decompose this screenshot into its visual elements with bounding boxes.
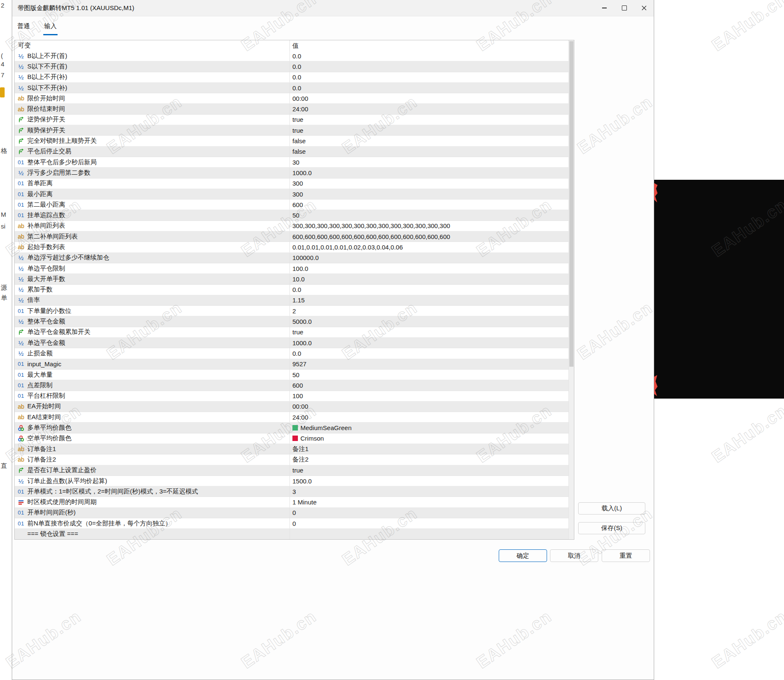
param-value[interactable]: 0.01,0.01,0.01,0.01,0.02,0.03,0.04,0.06	[290, 244, 403, 251]
table-row[interactable]: ab起始手数列表0.01,0.01,0.01,0.01,0.02,0.03,0.…	[15, 242, 568, 252]
table-row[interactable]: ½B以上不开(首)0.0	[15, 51, 568, 61]
param-value[interactable]: 0.0	[290, 84, 301, 92]
close-button[interactable]	[634, 0, 654, 16]
param-value[interactable]: 24:00	[290, 105, 308, 113]
table-row[interactable]: ½订单止盈点数(从平均价起算)1500.0	[15, 476, 568, 486]
param-value[interactable]: 300	[290, 191, 303, 198]
table-row[interactable]: ½累加手数0.0	[15, 285, 568, 295]
param-value[interactable]: 00:00	[290, 403, 308, 410]
save-button[interactable]: 保存(S)	[578, 522, 645, 534]
param-value[interactable]: 24:00	[290, 414, 308, 421]
cancel-button[interactable]: 取消	[550, 549, 598, 562]
param-value[interactable]: true	[290, 467, 303, 474]
table-row[interactable]: ab订单备注1备注1	[15, 444, 568, 454]
column-header-variable[interactable]: 可变	[15, 40, 290, 51]
minimize-button[interactable]	[595, 0, 614, 16]
table-row[interactable]: ½单边浮亏超过多少不继续加仓100000.0	[15, 253, 568, 263]
table-row[interactable]: ½S以下不开(首)0.0	[15, 61, 568, 72]
table-row[interactable]: ab补单间距列表300,300,300,300,300,300,300,300,…	[15, 221, 568, 231]
param-value[interactable]: MediumSeaGreen	[290, 424, 352, 431]
param-value[interactable]: 1000.0	[290, 169, 312, 176]
table-row[interactable]: 完全对锁时挂上顺势开关false	[15, 136, 568, 146]
table-row[interactable]: abEA开始时间00:00	[15, 402, 568, 412]
param-value[interactable]: 50	[290, 212, 300, 219]
table-row[interactable]: 逆势保护开关true	[15, 115, 568, 125]
table-row[interactable]: 01最小距离300	[15, 189, 568, 200]
param-value[interactable]: 0.0	[290, 74, 301, 81]
param-value[interactable]: 0.0	[290, 53, 301, 60]
param-value[interactable]: 2	[290, 307, 296, 315]
param-value[interactable]: false	[290, 137, 306, 144]
ok-button[interactable]: 确定	[499, 549, 547, 562]
param-value[interactable]: 300	[290, 180, 303, 187]
table-row[interactable]: ½倍率1.15	[15, 295, 568, 306]
param-value[interactable]: 0.0	[290, 286, 301, 293]
table-row[interactable]: 是否在订单上设置止盈价true	[15, 465, 568, 476]
param-value[interactable]: 300,300,300,300,300,300,300,300,300,300,…	[290, 222, 450, 229]
table-row[interactable]: === 锁仓设置 ===	[15, 529, 568, 539]
table-row[interactable]: ½单边平仓金额1000.0	[15, 338, 568, 348]
param-value[interactable]: 0	[290, 509, 296, 516]
param-value[interactable]: 5000.0	[290, 318, 312, 325]
param-value[interactable]: 备注1	[290, 445, 308, 453]
param-value[interactable]: 1 Minute	[290, 499, 317, 506]
table-row[interactable]: ab订单备注2备注2	[15, 454, 568, 465]
param-value[interactable]: 1000.0	[290, 339, 312, 347]
param-value[interactable]: 9527	[290, 360, 306, 368]
scrollbar-thumb[interactable]	[569, 41, 574, 367]
table-row[interactable]: 平仓后停止交易false	[15, 147, 568, 157]
param-value[interactable]: 3	[290, 488, 296, 495]
table-row[interactable]: ½浮亏多少启用第二参数1000.0	[15, 168, 568, 178]
param-value[interactable]: false	[290, 148, 306, 155]
table-row[interactable]: 时区模式使用的时间周期1 Minute	[15, 497, 568, 507]
param-value[interactable]: 0.0	[290, 350, 301, 357]
param-value[interactable]: 00:00	[290, 95, 308, 102]
table-row[interactable]: 01下单量的小数位2	[15, 306, 568, 316]
table-row[interactable]: ab限价结束时间24:00	[15, 104, 568, 114]
param-value[interactable]: Crimson	[290, 435, 324, 442]
table-row[interactable]: 多单平均价颜色MediumSeaGreen	[15, 423, 568, 433]
table-row[interactable]: 01平台杠杆限制100	[15, 391, 568, 402]
vertical-scrollbar[interactable]	[568, 40, 574, 539]
param-value[interactable]: 10.0	[290, 276, 305, 283]
tab-inputs[interactable]: 输入	[43, 21, 58, 35]
table-row[interactable]: ½止损金额0.0	[15, 348, 568, 359]
param-value[interactable]: 0.0	[290, 63, 301, 70]
table-row[interactable]: ½S以下不开(补)0.0	[15, 83, 568, 93]
param-value[interactable]: 600	[290, 201, 303, 208]
table-row[interactable]: 01第二最小距离600	[15, 200, 568, 210]
table-row[interactable]: ½单边平仓限制100.0	[15, 263, 568, 274]
table-row[interactable]: ½B以上不开(补)0.0	[15, 72, 568, 83]
param-value[interactable]: true	[290, 127, 303, 134]
param-value[interactable]: 600,600,600,600,600,600,600,600,600,600,…	[290, 233, 450, 240]
param-value[interactable]: 1.15	[290, 297, 305, 304]
maximize-button[interactable]	[614, 0, 634, 16]
param-value[interactable]: 100000.0	[290, 254, 319, 261]
table-row[interactable]: 01开单时间间距(秒)0	[15, 508, 568, 518]
param-value[interactable]: true	[290, 328, 303, 336]
table-row[interactable]: ab第二补单间距列表600,600,600,600,600,600,600,60…	[15, 231, 568, 242]
table-row[interactable]: 01最大单量50	[15, 370, 568, 380]
param-value[interactable]: 1500.0	[290, 478, 312, 485]
table-row[interactable]: 单边平仓金额累加开关true	[15, 327, 568, 338]
column-header-value[interactable]: 值	[290, 41, 299, 51]
table-row[interactable]: 顺势保护开关true	[15, 125, 568, 136]
param-value[interactable]: 备注2	[290, 456, 308, 464]
table-row[interactable]: 01开单模式：1=时区模式，2=时间间距(秒)模式，3=不延迟模式3	[15, 486, 568, 497]
table-row[interactable]: 01挂单追踪点数50	[15, 210, 568, 221]
table-row[interactable]: 01点差限制600	[15, 380, 568, 391]
param-value[interactable]: 50	[290, 371, 300, 378]
table-row[interactable]: 01整体平仓后多少秒后新局30	[15, 157, 568, 168]
table-row[interactable]: 空单平均价颜色Crimson	[15, 433, 568, 444]
table-row[interactable]: 01input_Magic9527	[15, 359, 568, 370]
reset-button[interactable]: 重置	[602, 549, 650, 562]
table-row[interactable]: 01首单距离300	[15, 179, 568, 189]
param-value[interactable]: 30	[290, 159, 300, 166]
param-value[interactable]: true	[290, 116, 303, 123]
table-row[interactable]: ab限价开始时间00:00	[15, 93, 568, 104]
param-value[interactable]: 600	[290, 382, 303, 389]
param-value[interactable]: 0	[290, 520, 296, 527]
param-value[interactable]: 100	[290, 392, 303, 399]
table-row[interactable]: 01前N单直接市价成交（0=全部挂单，每个方向独立）0	[15, 518, 568, 529]
load-button[interactable]: 载入(L)	[578, 502, 645, 515]
